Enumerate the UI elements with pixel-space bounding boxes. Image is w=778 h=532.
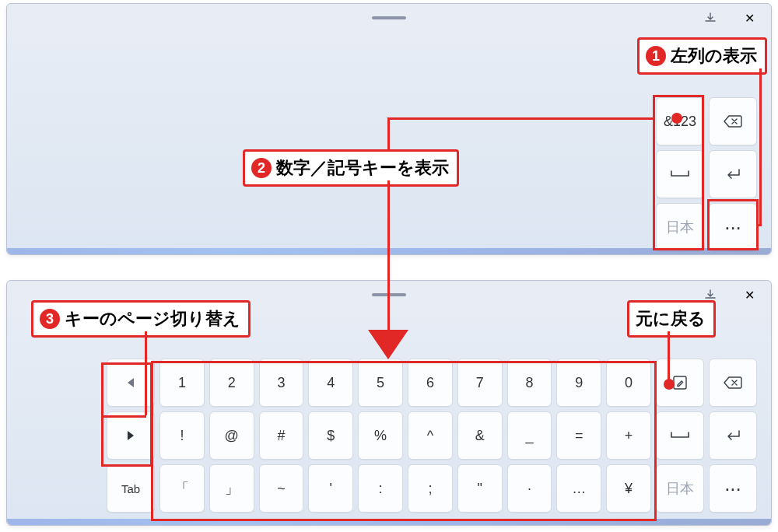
key-0[interactable]: 0 — [606, 359, 651, 407]
more-key[interactable]: ··· — [709, 464, 757, 513]
callout-4: 元に戻る — [627, 300, 716, 338]
key-at[interactable]: @ — [209, 411, 254, 460]
callout-text: 左列の表示 — [671, 44, 757, 68]
callout-1: 1 左列の表示 — [637, 37, 767, 75]
page-prev-key[interactable] — [107, 359, 155, 407]
key-hash[interactable]: # — [259, 411, 304, 460]
handwriting-key[interactable] — [656, 359, 704, 407]
key-3[interactable]: 3 — [259, 359, 304, 407]
key-plus[interactable]: + — [606, 411, 651, 460]
tab-key[interactable]: Tab — [107, 464, 155, 513]
key-lbracket[interactable]: 「 — [159, 464, 205, 513]
key-ellipsis[interactable]: … — [556, 464, 601, 513]
close-icon[interactable]: ✕ — [741, 287, 757, 303]
callout-text: 元に戻る — [636, 307, 706, 331]
key-6[interactable]: 6 — [408, 359, 453, 407]
key-5[interactable]: 5 — [358, 359, 403, 407]
key-caret[interactable]: ^ — [408, 411, 453, 460]
enter-key[interactable] — [709, 150, 757, 198]
space-icon — [669, 169, 691, 180]
language-key[interactable]: 日本 — [656, 464, 704, 513]
key-pct[interactable]: % — [358, 411, 403, 460]
callout-number-icon: 1 — [646, 46, 666, 66]
more-key[interactable]: ··· — [709, 203, 757, 251]
close-icon[interactable]: ✕ — [741, 10, 757, 26]
key-quote[interactable]: " — [457, 464, 503, 513]
key-tilde[interactable]: ~ — [259, 464, 304, 513]
taskbar-hint — [7, 248, 771, 254]
enter-icon — [724, 429, 742, 443]
pencil-icon — [671, 374, 689, 391]
key-semi[interactable]: ; — [408, 464, 453, 513]
backspace-icon — [723, 376, 743, 390]
chevron-left-icon — [128, 378, 134, 387]
callout-text: キーのページ切り替え — [65, 307, 240, 331]
keyboard-topbar: ✕ — [703, 10, 757, 26]
callout-text: 数字／記号キーを表示 — [276, 156, 449, 180]
language-key[interactable]: 日本 — [656, 203, 704, 251]
symbols-mode-key[interactable]: &123 — [656, 97, 704, 145]
taskbar-hint — [7, 519, 771, 525]
backspace-key[interactable] — [709, 359, 757, 407]
key-2[interactable]: 2 — [209, 359, 254, 407]
keyboard-grid: 1 2 3 4 5 6 7 8 9 0 ! @ # $ % ^ & _ = + — [107, 359, 757, 513]
callout-2: 2 数字／記号キーを表示 — [243, 149, 459, 187]
key-amp[interactable]: & — [457, 411, 503, 460]
drag-handle-icon[interactable] — [372, 293, 406, 296]
key-eq[interactable]: = — [556, 411, 601, 460]
space-key[interactable] — [656, 150, 704, 198]
enter-icon — [724, 167, 742, 181]
key-middot[interactable]: · — [507, 464, 552, 513]
callout-number-icon: 3 — [40, 309, 60, 329]
key-4[interactable]: 4 — [308, 359, 353, 407]
key-colon[interactable]: : — [358, 464, 403, 513]
backspace-key[interactable] — [709, 97, 757, 145]
callout-3: 3 キーのページ切り替え — [31, 300, 251, 338]
key-yen[interactable]: ¥ — [606, 464, 651, 513]
key-dollar[interactable]: $ — [308, 411, 353, 460]
key-1[interactable]: 1 — [159, 359, 205, 407]
callout-number-icon: 2 — [251, 158, 272, 178]
key-apos[interactable]: ' — [308, 464, 353, 513]
chevron-right-icon — [128, 431, 134, 440]
space-icon — [669, 430, 691, 441]
key-9[interactable]: 9 — [556, 359, 601, 407]
page-next-key[interactable] — [107, 411, 155, 460]
key-excl[interactable]: ! — [159, 411, 205, 460]
space-key[interactable] — [656, 411, 704, 460]
enter-key[interactable] — [709, 411, 757, 460]
key-7[interactable]: 7 — [457, 359, 503, 407]
key-under[interactable]: _ — [507, 411, 552, 460]
dock-icon[interactable] — [703, 10, 718, 26]
key-rbracket[interactable]: 」 — [209, 464, 254, 513]
drag-handle-icon[interactable] — [372, 16, 406, 19]
key-8[interactable]: 8 — [507, 359, 552, 407]
right-key-column: &123 日本 ··· — [656, 97, 757, 251]
backspace-icon — [723, 114, 743, 128]
